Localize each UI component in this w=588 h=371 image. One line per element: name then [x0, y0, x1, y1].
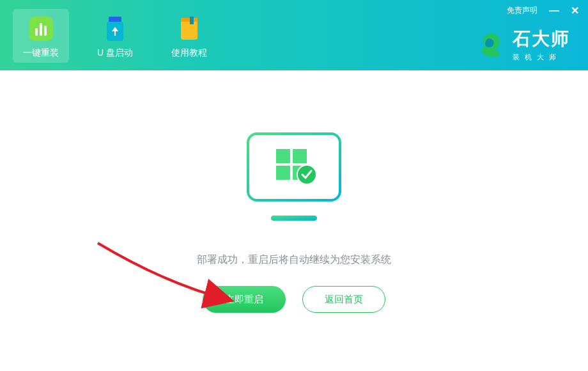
- svg-rect-2: [40, 23, 42, 36]
- tab-tutorial[interactable]: 使用教程: [161, 9, 217, 63]
- brand-subtitle: 装机大师: [513, 52, 570, 62]
- brand: 石大师 装机大师: [476, 27, 570, 62]
- svg-rect-15: [276, 166, 290, 180]
- minimize-button[interactable]: —: [549, 6, 559, 16]
- monitor-success-icon: [236, 129, 352, 230]
- action-buttons: 立即重启 返回首页: [203, 286, 385, 313]
- svg-rect-12: [271, 216, 317, 221]
- brand-title: 石大师: [513, 27, 570, 51]
- chart-icon: [27, 15, 54, 42]
- svg-rect-7: [181, 18, 197, 22]
- tab-label: 一键重装: [23, 47, 59, 59]
- tab-reinstall[interactable]: 一键重装: [13, 9, 69, 63]
- svg-rect-4: [109, 17, 121, 22]
- svg-rect-1: [35, 28, 38, 36]
- usb-icon: [102, 15, 128, 42]
- svg-rect-13: [276, 149, 290, 163]
- restart-now-button[interactable]: 立即重启: [203, 286, 286, 313]
- tab-label: 使用教程: [171, 47, 207, 59]
- main-content: 部署成功，重启后将自动继续为您安装系统 立即重启 返回首页: [0, 70, 588, 371]
- svg-rect-3: [44, 26, 47, 36]
- status-text: 部署成功，重启后将自动继续为您安装系统: [197, 253, 391, 267]
- tab-label: U 盘启动: [97, 47, 133, 59]
- tab-usb-boot[interactable]: U 盘启动: [87, 9, 143, 63]
- nav-tabs: 一键重装 U 盘启动 使用教程: [13, 0, 217, 70]
- brand-logo-icon: [476, 29, 506, 60]
- brand-text: 石大师 装机大师: [513, 27, 570, 62]
- svg-rect-14: [293, 149, 307, 163]
- window-controls: 免责声明 — ✕: [507, 5, 579, 16]
- close-button[interactable]: ✕: [571, 6, 579, 16]
- svg-rect-8: [190, 17, 194, 24]
- back-home-button[interactable]: 返回首页: [302, 286, 385, 313]
- book-icon: [176, 15, 203, 42]
- disclaimer-link[interactable]: 免责声明: [507, 5, 538, 16]
- app-header: 一键重装 U 盘启动 使用教程 免责声明: [0, 0, 588, 70]
